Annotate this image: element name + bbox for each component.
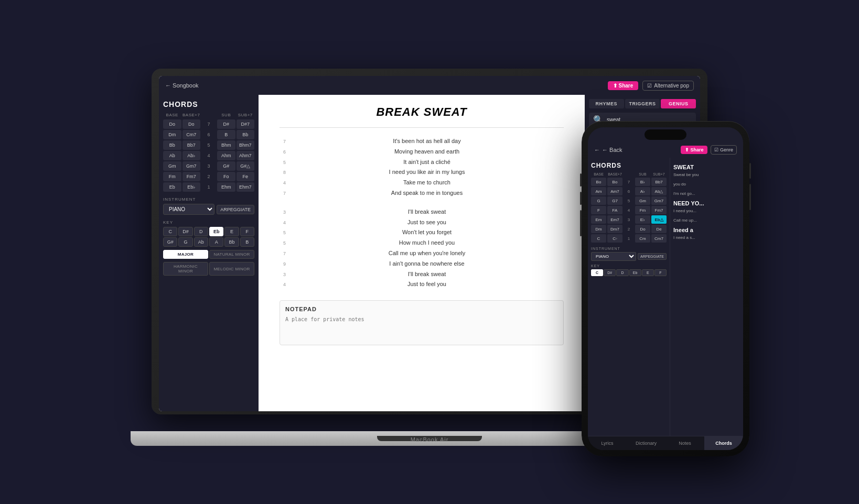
phone-tab-chords[interactable]: Chords bbox=[704, 436, 743, 450]
p-em7[interactable]: Em7 bbox=[607, 215, 622, 224]
chord-fm[interactable]: Fm bbox=[163, 172, 181, 181]
key-b[interactable]: B bbox=[240, 237, 254, 247]
p-ep[interactable]: E♭ bbox=[635, 215, 650, 224]
key-g#[interactable]: G# bbox=[163, 237, 177, 247]
p-key-e[interactable]: E bbox=[642, 269, 654, 276]
phone-instrument-select[interactable]: PIANO bbox=[591, 252, 636, 261]
chord-b[interactable]: B bbox=[217, 130, 235, 139]
chord-fe[interactable]: Fe bbox=[237, 172, 255, 181]
p-fm[interactable]: Fm bbox=[635, 206, 650, 214]
chord-ehm7[interactable]: Ehm7 bbox=[237, 182, 255, 192]
p-g7[interactable]: G7 bbox=[607, 196, 622, 205]
key-eb[interactable]: Eb bbox=[209, 227, 223, 236]
chord-d#7[interactable]: D#7 bbox=[237, 119, 255, 129]
chord-d#[interactable]: D# bbox=[217, 119, 235, 129]
chord-bb7[interactable]: Bb7 bbox=[182, 140, 201, 150]
p-key-f[interactable]: F bbox=[654, 269, 667, 276]
phone-back-button[interactable]: ← ← Back bbox=[594, 147, 622, 153]
p-co[interactable]: C◦ bbox=[607, 234, 622, 243]
p-em[interactable]: Em bbox=[591, 215, 606, 224]
chord-ahm7[interactable]: Ahm7 bbox=[237, 151, 255, 160]
p-do[interactable]: Do bbox=[635, 225, 650, 233]
p-fm7[interactable]: Fm7 bbox=[651, 206, 667, 214]
key-d#[interactable]: D# bbox=[178, 227, 192, 236]
p-bb[interactable]: B♭ bbox=[635, 178, 650, 186]
chord-dm[interactable]: Dm bbox=[163, 130, 181, 139]
tab-genius[interactable]: GENIUS bbox=[661, 99, 696, 108]
p-bo7[interactable]: Bo bbox=[607, 178, 622, 186]
line-num: 5 bbox=[280, 158, 286, 167]
chord-do[interactable]: Do bbox=[163, 119, 181, 129]
key-f[interactable]: F bbox=[240, 227, 254, 236]
chord-bb[interactable]: Bb bbox=[237, 130, 255, 139]
p-ab[interactable]: A♭ bbox=[635, 187, 650, 195]
p-key-d[interactable]: D bbox=[616, 269, 628, 276]
p-key-d#[interactable]: D# bbox=[604, 269, 616, 276]
phone-share-button[interactable]: ⬆ Share bbox=[681, 146, 708, 154]
tab-rhymes[interactable]: RHYMES bbox=[589, 99, 624, 108]
mode-major[interactable]: MAJOR bbox=[163, 250, 208, 259]
p-fa[interactable]: FA bbox=[607, 206, 622, 214]
chord-gm7[interactable]: Gm7 bbox=[182, 161, 201, 171]
alt-pop-button[interactable]: ☑ Alternative pop bbox=[642, 81, 694, 91]
key-d[interactable]: D bbox=[194, 227, 208, 236]
chord-bhm7[interactable]: Bhm7 bbox=[237, 140, 255, 150]
notepad-input[interactable] bbox=[285, 316, 558, 337]
p-c[interactable]: C bbox=[591, 234, 606, 243]
p-bb7[interactable]: Bb7 bbox=[651, 178, 667, 186]
back-arrow-icon: ← bbox=[594, 147, 600, 153]
mode-natural-minor[interactable]: NATURAL MINOR bbox=[209, 250, 254, 259]
p-f[interactable]: F bbox=[591, 206, 606, 214]
back-link[interactable]: ← Songbook bbox=[165, 82, 199, 89]
p-key-eb[interactable]: Eb bbox=[629, 269, 641, 276]
mode-melodic-minor[interactable]: MELODIC MINOR bbox=[209, 262, 254, 276]
p-gm7[interactable]: Gm7 bbox=[651, 196, 667, 205]
line-num: 7 bbox=[280, 189, 286, 198]
chord-eb[interactable]: Eb bbox=[163, 182, 181, 192]
p-cm[interactable]: Cm bbox=[635, 234, 650, 243]
p-ebd[interactable]: Eb△ bbox=[651, 215, 667, 224]
key-ab[interactable]: Ab bbox=[194, 237, 208, 247]
share-button[interactable]: ⬆ Share bbox=[608, 81, 639, 90]
key-e[interactable]: E bbox=[224, 227, 239, 236]
chord-ehm[interactable]: Ehm bbox=[217, 182, 235, 192]
arpeggiate-button[interactable]: ARPEGGIATE bbox=[217, 205, 254, 214]
p-dm[interactable]: Dm bbox=[591, 225, 606, 233]
phone-arpeggiate-btn[interactable]: ARPEGGIATE bbox=[638, 253, 667, 260]
key-c[interactable]: C bbox=[163, 227, 177, 236]
p-am7[interactable]: Am7 bbox=[607, 187, 622, 195]
mode-harmonic-minor[interactable]: HARMONIC MINOR bbox=[163, 262, 208, 276]
p-cm7[interactable]: Cm7 bbox=[651, 234, 667, 243]
chord-ab[interactable]: Ab bbox=[163, 151, 181, 160]
instrument-select[interactable]: PIANO bbox=[163, 204, 214, 215]
chord-ebb[interactable]: Eb♭ bbox=[182, 182, 201, 192]
chord-gm[interactable]: Gm bbox=[163, 161, 181, 171]
phone-tab-lyrics[interactable]: Lyrics bbox=[588, 436, 627, 450]
p-key-c[interactable]: C bbox=[591, 269, 603, 276]
phone-tab-notes[interactable]: Notes bbox=[665, 436, 704, 450]
p-g[interactable]: G bbox=[591, 196, 606, 205]
chord-cm7[interactable]: Cm7 bbox=[182, 130, 201, 139]
key-a[interactable]: A bbox=[209, 237, 223, 247]
p-dm7[interactable]: Dm7 bbox=[607, 225, 622, 233]
p-num-7: 7 bbox=[624, 180, 634, 184]
p-gm[interactable]: Gm bbox=[635, 196, 650, 205]
chord-abb[interactable]: Ab♭ bbox=[182, 151, 201, 160]
p-de[interactable]: De bbox=[651, 225, 667, 233]
chord-bb[interactable]: Bb bbox=[163, 140, 181, 150]
chord-fo[interactable]: Fo bbox=[217, 172, 235, 181]
phone-tab-dictionary[interactable]: Dictionary bbox=[627, 436, 665, 450]
chord-g#d[interactable]: G#△ bbox=[237, 161, 255, 171]
chord-do7[interactable]: Do bbox=[182, 119, 201, 129]
chord-ahm[interactable]: Ahm bbox=[217, 151, 235, 160]
key-bb[interactable]: Bb bbox=[224, 237, 239, 247]
chord-fm7[interactable]: Fm7 bbox=[182, 172, 201, 181]
key-g[interactable]: G bbox=[178, 237, 192, 247]
tab-triggers[interactable]: TRIGGERS bbox=[625, 99, 660, 108]
phone-genre-button[interactable]: ☑ Genre bbox=[711, 145, 737, 155]
p-abd[interactable]: Ab△ bbox=[651, 187, 667, 195]
p-am[interactable]: Am bbox=[591, 187, 606, 195]
chord-bhm[interactable]: Bhm bbox=[217, 140, 235, 150]
p-bo[interactable]: Bo bbox=[591, 178, 606, 186]
chord-g#[interactable]: G# bbox=[217, 161, 235, 171]
